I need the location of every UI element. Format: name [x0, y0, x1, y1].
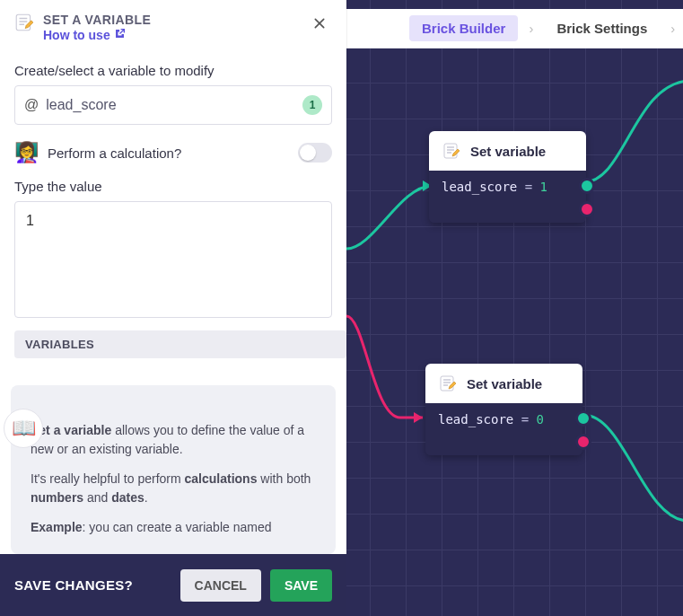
- node-value: 0: [537, 412, 544, 427]
- open-book-icon: 📖: [12, 417, 36, 440]
- cancel-button[interactable]: CANCEL: [180, 569, 261, 602]
- node-title: Set variable: [467, 376, 542, 392]
- close-button[interactable]: [307, 13, 332, 37]
- note-pencil-icon: [438, 374, 458, 393]
- save-prompt: SAVE CHANGES?: [14, 577, 171, 593]
- output-port-true[interactable]: [575, 410, 591, 427]
- note-pencil-icon: [14, 13, 34, 32]
- footer: SAVE CHANGES? CANCEL SAVE: [0, 554, 346, 616]
- tab-brick-builder[interactable]: Brick Builder: [409, 15, 518, 41]
- variable-name: lead_score: [46, 97, 295, 113]
- svg-rect-2: [444, 144, 457, 158]
- node-var: lead_score: [442, 180, 517, 194]
- save-button[interactable]: SAVE: [270, 569, 332, 602]
- variable-count-badge: 1: [302, 95, 322, 115]
- config-panel: SET A VARIABLE How to use Create/select …: [0, 0, 346, 554]
- tab-brick-settings[interactable]: Brick Settings: [544, 15, 660, 41]
- node-body: lead_score = 1: [429, 171, 586, 223]
- chevron-right-icon: ›: [529, 21, 533, 36]
- variables-chip[interactable]: VARIABLES: [14, 330, 346, 358]
- variable-select[interactable]: @ lead_score 1: [14, 85, 332, 125]
- calculation-label: Perform a calculation?: [48, 145, 289, 161]
- at-icon: @: [24, 97, 39, 113]
- svg-rect-4: [16, 14, 30, 31]
- node-value: 1: [540, 180, 547, 194]
- node-header: Set variable: [429, 131, 586, 171]
- help-card: Set a variable allows you to define the …: [11, 385, 336, 554]
- value-label: Type the value: [14, 179, 332, 194]
- equals-sign: =: [517, 180, 539, 194]
- output-port-false[interactable]: [579, 201, 595, 217]
- external-link-icon: [114, 28, 126, 42]
- node-set-variable-2[interactable]: Set variable lead_score = 0: [425, 364, 582, 455]
- how-to-use-link[interactable]: How to use: [43, 28, 126, 42]
- equals-sign: =: [513, 412, 536, 427]
- select-variable-label: Create/select a variable to modify: [14, 63, 332, 78]
- output-port-false[interactable]: [575, 434, 591, 450]
- svg-marker-1: [414, 412, 423, 423]
- panel-header: SET A VARIABLE How to use: [0, 0, 346, 54]
- node-body: lead_score = 0: [425, 403, 582, 455]
- output-port-true[interactable]: [579, 178, 595, 194]
- top-tabs: Brick Builder › Brick Settings ›: [346, 9, 683, 48]
- teacher-emoji-icon: 👩‍🏫: [14, 141, 39, 164]
- note-pencil-icon: [442, 141, 461, 161]
- chevron-right-icon: ›: [670, 21, 675, 36]
- calculation-toggle[interactable]: [298, 143, 332, 163]
- panel-title: SET A VARIABLE: [43, 13, 151, 27]
- value-input[interactable]: [14, 201, 332, 318]
- node-set-variable-1[interactable]: Set variable lead_score = 1: [429, 131, 586, 223]
- node-title: Set variable: [470, 144, 546, 159]
- calculation-row: 👩‍🏫 Perform a calculation?: [0, 125, 346, 170]
- close-icon: [312, 16, 327, 31]
- svg-rect-3: [441, 376, 453, 391]
- edges-layer: [346, 54, 683, 557]
- help-avatar: 📖: [4, 409, 43, 448]
- node-var: lead_score: [438, 412, 513, 427]
- node-header: Set variable: [425, 364, 582, 403]
